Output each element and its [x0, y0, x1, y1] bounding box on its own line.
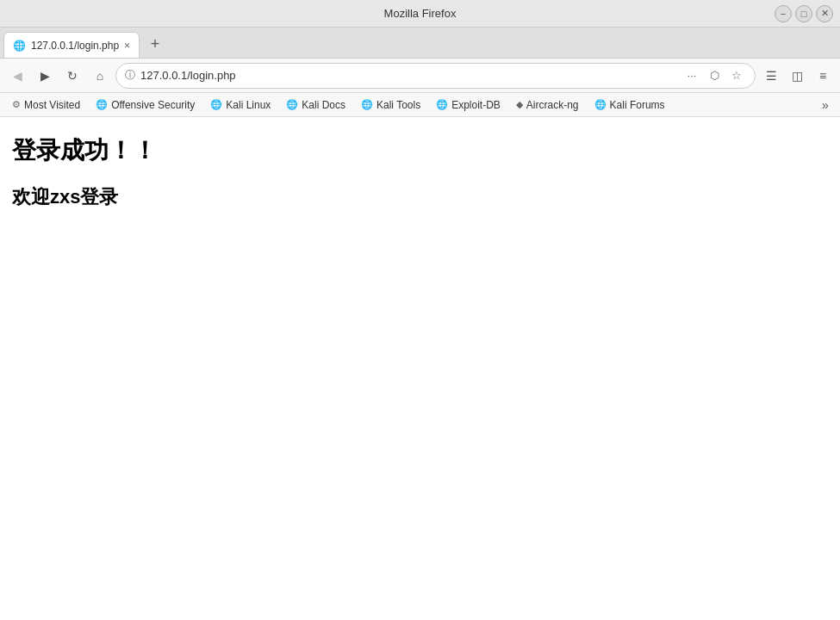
maximize-button[interactable]: □ — [795, 5, 812, 22]
bookmark-offensive-security[interactable]: 🌐 Offensive Security — [89, 97, 202, 113]
navbar: ◀ ▶ ↻ ⌂ ⓘ 127.0.0.1/login.php ··· ⬡ ☆ ☰ … — [0, 59, 840, 93]
close-button[interactable]: ✕ — [816, 5, 833, 22]
bookmark-label: Offensive Security — [111, 99, 195, 111]
bookmark-aircrack-ng[interactable]: ◆ Aircrack-ng — [509, 97, 586, 113]
security-icon: ⓘ — [125, 68, 135, 83]
bookmark-label: Kali Forums — [610, 99, 665, 111]
bookmark-kali-forums[interactable]: 🌐 Kali Forums — [588, 97, 672, 113]
bookmark-kali-linux[interactable]: 🌐 Kali Linux — [203, 97, 277, 113]
back-icon: ◀ — [13, 69, 22, 83]
reload-icon: ↻ — [67, 69, 78, 83]
bookmark-label: Kali Linux — [226, 99, 271, 111]
page-content: 登录成功！！ 欢迎zxs登录 — [0, 117, 840, 620]
browser-title: Mozilla Firefox — [384, 7, 457, 20]
bookmark-label: Aircrack-ng — [526, 99, 579, 111]
bookmark-label: Exploit-DB — [451, 99, 501, 111]
globe-icon: 🌐 — [210, 99, 222, 110]
forward-button[interactable]: ▶ — [33, 64, 57, 88]
home-button[interactable]: ⌂ — [88, 64, 112, 88]
overflow-icon: » — [822, 98, 829, 112]
page-subtext: 欢迎zxs登录 — [12, 184, 828, 210]
bookmark-star-button[interactable]: ☆ — [727, 66, 746, 85]
library-button[interactable]: ☰ — [759, 64, 783, 88]
more-button[interactable]: ··· — [682, 66, 701, 85]
star-icon: ☆ — [731, 69, 742, 82]
back-button[interactable]: ◀ — [5, 64, 29, 88]
active-tab[interactable]: 🌐 127.0.0.1/login.php × — [3, 32, 140, 58]
bookmark-exploit-db[interactable]: 🌐 Exploit-DB — [429, 97, 507, 113]
globe-icon: 🌐 — [286, 99, 298, 110]
pocket-button[interactable]: ⬡ — [705, 66, 724, 85]
globe-icon: 🌐 — [594, 99, 607, 110]
page-heading: 登录成功！！ — [12, 134, 828, 167]
bookmarks-overflow-button[interactable]: » — [816, 96, 835, 115]
address-actions: ··· ⬡ ☆ — [682, 66, 746, 85]
window-controls: − □ ✕ — [775, 5, 833, 22]
home-icon: ⌂ — [96, 69, 103, 83]
menu-icon: ≡ — [819, 69, 826, 83]
globe-icon: 🌐 — [361, 99, 373, 110]
minimize-button[interactable]: − — [775, 5, 792, 22]
bookmark-label: Kali Tools — [376, 99, 420, 111]
bookmark-kali-docs[interactable]: 🌐 Kali Docs — [279, 97, 352, 113]
more-icon: ··· — [688, 69, 697, 82]
library-icon: ☰ — [766, 69, 777, 83]
sidebar-button[interactable]: ◫ — [785, 64, 809, 88]
globe-icon: 🌐 — [96, 99, 108, 110]
aircrack-icon: ◆ — [516, 99, 523, 110]
tabbar: 🌐 127.0.0.1/login.php × + — [0, 28, 840, 59]
menu-button[interactable]: ≡ — [811, 64, 835, 88]
reload-button[interactable]: ↻ — [60, 64, 84, 88]
bookmark-kali-tools[interactable]: 🌐 Kali Tools — [354, 97, 427, 113]
tab-close-button[interactable]: × — [124, 40, 130, 52]
tab-label: 127.0.0.1/login.php — [31, 40, 119, 52]
bookmark-label: Kali Docs — [302, 99, 345, 111]
forward-icon: ▶ — [40, 69, 50, 83]
new-tab-button[interactable]: + — [143, 32, 167, 56]
bookmark-label: Most Visited — [24, 99, 80, 111]
address-bar[interactable]: ⓘ 127.0.0.1/login.php ··· ⬡ ☆ — [115, 63, 756, 89]
bookmark-most-visited[interactable]: ⚙ Most Visited — [5, 97, 87, 113]
bookmarks-bar: ⚙ Most Visited 🌐 Offensive Security 🌐 Ka… — [0, 93, 840, 117]
gear-icon: ⚙ — [12, 99, 21, 110]
sidebar-icon: ◫ — [792, 69, 803, 83]
pocket-icon: ⬡ — [710, 69, 719, 82]
tab-favicon: 🌐 — [13, 40, 26, 52]
url-text: 127.0.0.1/login.php — [140, 69, 677, 82]
nav-right-controls: ☰ ◫ ≡ — [759, 64, 835, 88]
titlebar: Mozilla Firefox − □ ✕ — [0, 0, 840, 28]
globe-icon: 🌐 — [436, 99, 448, 110]
